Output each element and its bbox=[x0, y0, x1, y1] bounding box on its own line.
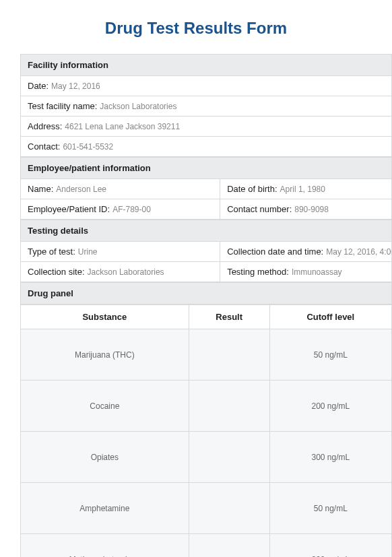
drug-panel-table: Substance Result Cutoff level Marijuana … bbox=[20, 304, 392, 557]
testing-collection-dt-cell: Collection date and time: May 12, 2016, … bbox=[220, 242, 391, 261]
facility-date-cell: Date: May 12, 2016 bbox=[21, 76, 391, 96]
facility-name-row: Test facility name: Jackson Laboratories bbox=[20, 96, 392, 117]
facility-address-label: Address: bbox=[28, 121, 62, 131]
facility-contact-row: Contact: 601-541-5532 bbox=[20, 137, 392, 157]
panel-heading: Drug panel bbox=[20, 282, 392, 304]
testing-site-label: Collection site: bbox=[28, 267, 85, 277]
patient-dob-label: Date of birth: bbox=[227, 184, 277, 194]
table-row: Cocaine200 ng/mL bbox=[21, 381, 392, 432]
facility-name-value: Jackson Laboratories bbox=[100, 102, 176, 111]
table-header-row: Substance Result Cutoff level bbox=[21, 305, 392, 329]
patient-id-label: Employee/Patient ID: bbox=[28, 204, 110, 214]
testing-collection-dt-label: Collection date and time: bbox=[227, 247, 323, 257]
col-substance: Substance bbox=[21, 305, 189, 329]
patient-dob-cell: Date of birth: April 1, 1980 bbox=[220, 179, 391, 199]
cell-cutoff: 50 ng/mL bbox=[269, 483, 391, 534]
facility-heading: Facility information bbox=[20, 54, 392, 76]
facility-address-value: 4621 Lena Lane Jackson 39211 bbox=[65, 122, 180, 131]
cell-cutoff: 300 ng/mL bbox=[269, 432, 391, 483]
table-row: Marijuana (THC)50 ng/mL bbox=[21, 329, 392, 381]
facility-date-row: Date: May 12, 2016 bbox=[20, 76, 392, 96]
table-row: Opiates300 ng/mL bbox=[21, 432, 392, 483]
cell-result bbox=[189, 534, 269, 558]
patient-contact-cell: Contact number: 890-9098 bbox=[220, 199, 391, 219]
testing-type-label: Type of test: bbox=[28, 247, 75, 257]
cell-substance: Methamphetamines bbox=[21, 534, 189, 558]
patient-row-2: Employee/Patient ID: AF-789-00 Contact n… bbox=[20, 199, 392, 220]
facility-contact-label: Contact: bbox=[28, 141, 60, 152]
page-title: Drug Test Results Form bbox=[0, 0, 392, 54]
testing-type-cell: Type of test: Urine bbox=[21, 242, 220, 261]
patient-name-label: Name: bbox=[28, 184, 53, 194]
patient-row-1: Name: Anderson Lee Date of birth: April … bbox=[20, 179, 392, 199]
facility-contact-cell: Contact: 601-541-5532 bbox=[21, 137, 391, 156]
cell-cutoff: 50 ng/mL bbox=[269, 329, 391, 381]
testing-method-label: Testing method: bbox=[227, 267, 289, 277]
facility-contact-value: 601-541-5532 bbox=[63, 142, 113, 152]
testing-heading: Testing details bbox=[20, 220, 392, 242]
facility-date-value: May 12, 2016 bbox=[51, 81, 100, 91]
patient-dob-value: April 1, 1980 bbox=[280, 185, 325, 194]
form-container: Facility information Date: May 12, 2016 … bbox=[0, 54, 392, 557]
table-row: Amphetamine50 ng/mL bbox=[21, 483, 392, 534]
cell-substance: Cocaine bbox=[21, 381, 189, 432]
patient-name-cell: Name: Anderson Lee bbox=[21, 179, 220, 199]
patient-name-value: Anderson Lee bbox=[56, 185, 106, 194]
cell-result bbox=[189, 329, 269, 381]
testing-type-value: Urine bbox=[78, 247, 98, 257]
cell-cutoff: 200 ng/mL bbox=[269, 381, 391, 432]
patient-id-value: AF-789-00 bbox=[112, 205, 151, 214]
cell-result bbox=[189, 432, 269, 483]
cell-substance: Marijuana (THC) bbox=[21, 329, 189, 381]
facility-address-row: Address: 4621 Lena Lane Jackson 39211 bbox=[20, 117, 392, 137]
testing-site-cell: Collection site: Jackson Laboratories bbox=[21, 262, 220, 282]
patient-contact-label: Contact number: bbox=[227, 204, 292, 214]
col-cutoff: Cutoff level bbox=[269, 305, 391, 329]
table-row: Methamphetamines200 ng/mL bbox=[21, 534, 392, 558]
facility-date-label: Date: bbox=[28, 81, 48, 91]
patient-heading: Employee/patient information bbox=[20, 157, 392, 179]
patient-contact-value: 890-9098 bbox=[294, 205, 329, 214]
cell-result bbox=[189, 483, 269, 534]
col-result: Result bbox=[189, 305, 269, 329]
facility-address-cell: Address: 4621 Lena Lane Jackson 39211 bbox=[21, 117, 391, 136]
testing-site-value: Jackson Laboratories bbox=[88, 267, 164, 277]
testing-method-cell: Testing method: Immunoassay bbox=[220, 262, 391, 282]
testing-method-value: Immunoassay bbox=[292, 267, 342, 277]
cell-result bbox=[189, 381, 269, 432]
facility-name-cell: Test facility name: Jackson Laboratories bbox=[21, 96, 391, 116]
cell-substance: Amphetamine bbox=[21, 483, 189, 534]
facility-name-label: Test facility name: bbox=[28, 101, 97, 111]
cell-substance: Opiates bbox=[21, 432, 189, 483]
patient-id-cell: Employee/Patient ID: AF-789-00 bbox=[21, 199, 220, 219]
testing-row-1: Type of test: Urine Collection date and … bbox=[20, 242, 392, 262]
testing-collection-dt-value: May 12, 2016, 4:00 PM bbox=[326, 247, 391, 257]
testing-row-2: Collection site: Jackson Laboratories Te… bbox=[20, 262, 392, 282]
cell-cutoff: 200 ng/mL bbox=[269, 534, 391, 558]
